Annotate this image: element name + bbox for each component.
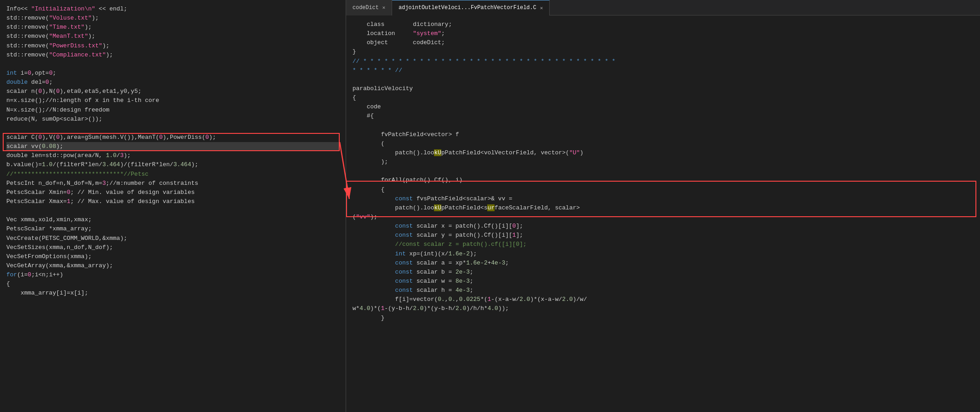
right-line-16: ); <box>352 158 974 167</box>
tab-adjoint-label: adjointOutletVeloci...FvPatchVectorField… <box>398 5 536 11</box>
right-line-17 <box>352 167 974 176</box>
right-line-9: { <box>352 93 974 102</box>
left-line-28: VecSetFromOptions(xmma); <box>6 252 339 261</box>
right-line-19: { <box>352 185 974 194</box>
left-line-2: std::remove("Voluse.txt"); <box>6 14 339 23</box>
right-line-30: const scalar h = 4e-3; <box>352 286 974 295</box>
left-line-23 <box>6 206 339 215</box>
right-line-5: // * * * * * * * * * * * * * * * * * * *… <box>352 57 974 66</box>
left-line-17: double len=std::pow(area/N, 1.0/3); <box>6 151 339 160</box>
left-line-12: N=x.size();//N:design freedom <box>6 106 339 115</box>
left-line-22: PetscScalar Xmax=1; // Max. value of des… <box>6 197 339 206</box>
right-line-26: int xp=(int)(x/1.6e-2); <box>352 249 974 259</box>
left-line-6: std::remove("Compliance.txt"); <box>6 51 339 60</box>
left-line-30: for(i=0;i<n;i++) <box>6 270 339 280</box>
right-line-4: } <box>352 47 974 56</box>
left-line-31: { <box>6 280 339 289</box>
right-panel: codeDict ✕ adjointOutletVeloci...FvPatch… <box>346 0 980 412</box>
left-line-33 <box>6 298 339 307</box>
right-line-29: const scalar w = 8e-3; <box>352 277 974 286</box>
right-line-6: * * * * * * // <box>352 66 974 75</box>
right-line-11: #{ <box>352 112 974 121</box>
left-line-18: b.value()=1.0/(filterR*len/3.464)/(filte… <box>6 160 339 169</box>
left-code-content: Info<< "Initialization\n" << endl;std::r… <box>6 5 339 307</box>
tab-bar: codeDict ✕ adjointOutletVeloci...FvPatch… <box>346 0 980 15</box>
tab-codedict[interactable]: codeDict ✕ <box>346 0 392 15</box>
tab-adjoint[interactable]: adjointOutletVeloci...FvPatchVectorField… <box>392 0 550 15</box>
left-line-11: n=x.size();//n:length of x in the i-th c… <box>6 96 339 105</box>
left-line-21: PetscScalar Xmin=0; // Min. value of des… <box>6 188 339 197</box>
right-line-21: patch().lookUpPatchField<surfaceScalarFi… <box>352 203 974 213</box>
left-line-14 <box>6 124 339 133</box>
right-line-7 <box>352 75 974 84</box>
right-line-33: } <box>352 314 974 323</box>
right-line-27: const scalar a = xp*1.6e-2+4e-3; <box>352 259 974 268</box>
right-line-8: parabolicVelocity <box>352 84 974 93</box>
right-line-18: forAll(patch().Cf(), i) <box>352 176 974 185</box>
left-line-3: std::remove("Time.txt"); <box>6 23 339 32</box>
left-line-9: double del=0; <box>6 78 339 87</box>
left-line-15: scalar C(0),V(0),area=gSum(mesh.V()),Mea… <box>6 133 339 142</box>
right-code-area: class dictionary; location "system"; obj… <box>346 15 980 412</box>
right-line-13: fvPatchField<vector> f <box>352 130 974 139</box>
left-line-10: scalar n(0),N(0),eta0,eta5,eta1,y0,y5; <box>6 87 339 96</box>
left-line-1: Info<< "Initialization\n" << endl; <box>6 5 339 14</box>
left-line-24: Vec xmma,xold,xmin,xmax; <box>6 215 339 224</box>
left-line-5: std::remove("PowerDiss.txt"); <box>6 41 339 51</box>
tab-codedict-close[interactable]: ✕ <box>383 5 386 10</box>
right-line-10: code <box>352 102 974 112</box>
right-line-3: object codeDict; <box>352 38 974 47</box>
left-line-16: scalar vv(0.08); <box>6 142 339 151</box>
right-line-12 <box>352 121 974 130</box>
left-line-29: VecGetArray(xmma,&xmma_array); <box>6 261 339 270</box>
right-line-28: const scalar b = 2e-3; <box>352 268 974 277</box>
left-line-8: int i=0,opt=0; <box>6 69 339 78</box>
right-line-25: //const scalar z = patch().cf([i][0]; <box>352 240 974 249</box>
tab-codedict-label: codeDict <box>352 5 379 11</box>
left-line-20: PetscInt n_dof=n,N_dof=N,m=3;//m:number … <box>6 179 339 188</box>
right-line-15: patch().lookUpPatchField<volVectorField,… <box>352 148 974 158</box>
left-line-4: std::remove("MeanT.txt"); <box>6 32 339 41</box>
right-line-24: const scalar y = patch().Cf()[i][1]; <box>352 231 974 240</box>
right-line-22: ("vv"); <box>352 213 974 222</box>
right-line-20: const fvsPatchField<scalar>& vv = <box>352 194 974 203</box>
right-line-32: w*4.0)*(1-(y-b-h/2.0)*(y-b-h/2.0)/h/h*4.… <box>352 304 974 313</box>
right-code-content: class dictionary; location "system"; obj… <box>352 20 974 323</box>
left-code-panel: Info<< "Initialization\n" << endl;std::r… <box>0 0 346 412</box>
left-line-25: PetscScalar *xmma_array; <box>6 224 339 234</box>
tab-adjoint-close[interactable]: ✕ <box>540 5 543 11</box>
right-line-1: class dictionary; <box>352 20 974 29</box>
left-line-7 <box>6 60 339 69</box>
left-line-19: //*******************************//Petsc <box>6 170 339 179</box>
left-line-32: xmma_array[i]=x[i]; <box>6 289 339 298</box>
right-line-2: location "system"; <box>352 29 974 38</box>
right-line-31: f[i]=vector(0.,0.,0.0225*(1-(x-a-w/2.0)*… <box>352 295 974 304</box>
left-line-13: reduce(N, sumOp<scalar>()); <box>6 115 339 124</box>
right-line-23: const scalar x = patch().Cf()[i][0]; <box>352 222 974 231</box>
right-line-14: ( <box>352 139 974 148</box>
left-line-26: VecCreate(PETSC_COMM_WORLD,&xmma); <box>6 234 339 243</box>
left-line-27: VecSetSizes(xmma,n_dof,N_dof); <box>6 243 339 252</box>
